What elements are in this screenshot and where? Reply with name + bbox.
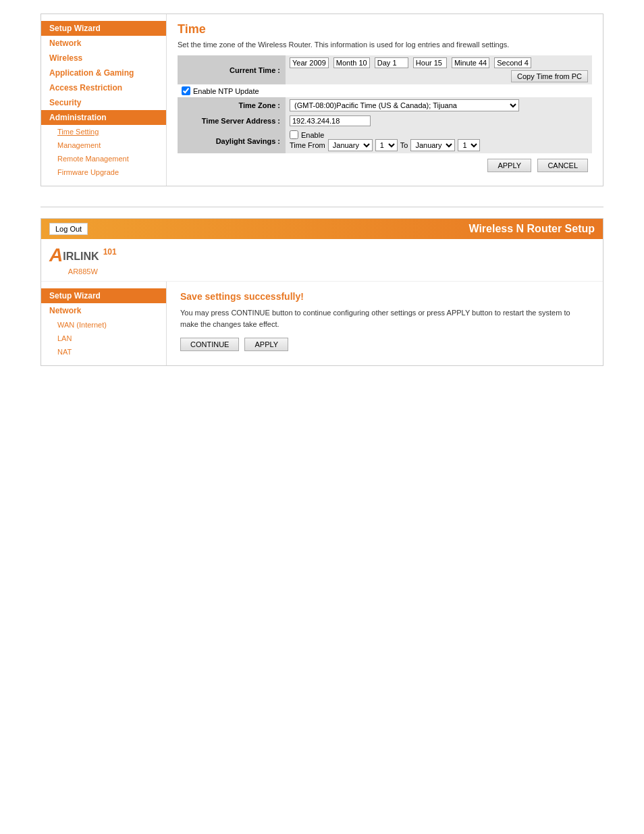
logo-text: A IRLINK 101 bbox=[49, 244, 117, 266]
time-to-day-select[interactable]: 1 bbox=[458, 139, 480, 151]
time-to-month-select[interactable]: January bbox=[410, 139, 455, 151]
sidebar-item-application-gaming[interactable]: Application & Gaming bbox=[41, 66, 166, 80]
timezone-row: Time Zone : (GMT-08:00)Pacific Time (US … bbox=[178, 97, 592, 113]
timeserver-row: Time Server Address : bbox=[178, 113, 592, 128]
logo-a: A bbox=[49, 244, 63, 266]
logo-irlink-wrapper: IRLINK 101 bbox=[63, 246, 116, 264]
bottom-sidebar-wan[interactable]: WAN (Internet) bbox=[41, 318, 166, 332]
bottom-sidebar-lan[interactable]: LAN bbox=[41, 332, 166, 345]
timezone-label: Time Zone : bbox=[178, 97, 286, 113]
daylight-enable-checkbox[interactable] bbox=[290, 130, 298, 139]
daylight-savings-row: Daylight Savings : Enable Time From Janu… bbox=[178, 128, 592, 153]
logo-container: A IRLINK 101 AR885W bbox=[49, 244, 117, 276]
sidebar-item-management[interactable]: Management bbox=[41, 138, 166, 152]
time-from-month-select[interactable]: January bbox=[328, 139, 373, 151]
page-description: Set the time zone of the Wireless Router… bbox=[178, 41, 592, 49]
sidebar-item-setup-wizard[interactable]: Setup Wizard bbox=[41, 21, 166, 36]
bottom-button-row: CONTINUE APPLY bbox=[180, 338, 589, 351]
sidebar-item-security[interactable]: Security bbox=[41, 95, 166, 110]
daylight-enable-label[interactable]: Enable bbox=[290, 130, 588, 139]
form-button-row: APPLY CANCEL bbox=[178, 153, 592, 178]
success-title: Save settings successfully! bbox=[180, 291, 589, 302]
bottom-panel-inner: Setup Wizard Network WAN (Internet) LAN … bbox=[41, 282, 603, 365]
sidebar-item-wireless[interactable]: Wireless bbox=[41, 51, 166, 66]
bottom-apply-button[interactable]: APPLY bbox=[244, 338, 288, 351]
cancel-button[interactable]: CANCEL bbox=[537, 159, 588, 172]
to-label: To bbox=[400, 141, 408, 149]
time-from-day-select[interactable]: 1 bbox=[375, 139, 398, 151]
day-field: Day 1 bbox=[375, 59, 413, 67]
header-bar: Log Out Wireless N Router Setup bbox=[41, 219, 603, 239]
timeserver-value bbox=[286, 113, 592, 128]
hour-value: Hour 15 bbox=[413, 57, 447, 68]
minute-field: Minute 44 bbox=[452, 59, 494, 67]
continue-button[interactable]: CONTINUE bbox=[180, 338, 239, 351]
logo-bar: A IRLINK 101 AR885W bbox=[41, 239, 603, 282]
bottom-sidebar-nat[interactable]: NAT bbox=[41, 345, 166, 359]
daylight-savings-label: Daylight Savings : bbox=[178, 128, 286, 153]
bottom-sidebar-setup-wizard[interactable]: Setup Wizard bbox=[41, 288, 166, 303]
current-time-label: Current Time : bbox=[178, 55, 286, 84]
daylight-time-row: Time From January 1 To January bbox=[290, 139, 588, 151]
sidebar-item-remote-management[interactable]: Remote Management bbox=[41, 152, 166, 165]
time-from-label: Time From bbox=[290, 141, 325, 149]
current-time-row: Current Time : Year 2009 Month 10 Day 1 bbox=[178, 55, 592, 84]
bottom-sidebar: Setup Wizard Network WAN (Internet) LAN … bbox=[41, 282, 166, 365]
second-field: Second 4 bbox=[494, 59, 533, 67]
sidebar-item-administration[interactable]: Administration bbox=[41, 110, 166, 125]
enable-ntp-checkbox[interactable] bbox=[182, 86, 190, 95]
hour-field: Hour 15 bbox=[413, 59, 452, 67]
timezone-select[interactable]: (GMT-08:00)Pacific Time (US & Canada); T… bbox=[290, 99, 519, 111]
timeserver-label: Time Server Address : bbox=[178, 113, 286, 128]
logo-101: 101 bbox=[103, 247, 117, 257]
daylight-savings-value: Enable Time From January 1 To bbox=[286, 128, 592, 153]
enable-ntp-row: Enable NTP Update bbox=[178, 84, 592, 97]
enable-ntp-text: Enable NTP Update bbox=[193, 87, 259, 95]
second-value: Second 4 bbox=[494, 57, 531, 68]
bottom-panel: Log Out Wireless N Router Setup A IRLINK… bbox=[41, 218, 603, 366]
logo-irlink: IRLINK bbox=[63, 251, 99, 262]
top-sidebar: Setup Wizard Network Wireless Applicatio… bbox=[41, 14, 166, 186]
copy-time-button[interactable]: Copy Time from PC bbox=[511, 70, 588, 82]
current-time-value: Year 2009 Month 10 Day 1 Hour 15 bbox=[286, 55, 592, 84]
divider-1 bbox=[41, 207, 603, 207]
day-value: Day 1 bbox=[375, 57, 408, 68]
month-field: Month 10 bbox=[333, 59, 375, 67]
bottom-sidebar-network[interactable]: Network bbox=[41, 303, 166, 318]
enable-ntp-cell: Enable NTP Update bbox=[178, 84, 592, 97]
top-main-content: Time Set the time zone of the Wireless R… bbox=[166, 14, 603, 186]
sidebar-item-access-restriction[interactable]: Access Restriction bbox=[41, 80, 166, 95]
sidebar-item-firmware-upgrade[interactable]: Firmware Upgrade bbox=[41, 165, 166, 179]
sidebar-item-time-setting[interactable]: Time Setting bbox=[41, 125, 166, 138]
timeserver-input[interactable] bbox=[290, 115, 371, 126]
timezone-value: (GMT-08:00)Pacific Time (US & Canada); T… bbox=[286, 97, 592, 113]
enable-ntp-label[interactable]: Enable NTP Update bbox=[182, 86, 588, 95]
month-value: Month 10 bbox=[333, 57, 370, 68]
daylight-enable-text: Enable bbox=[301, 131, 324, 139]
apply-button[interactable]: APPLY bbox=[487, 159, 531, 172]
year-field: Year 2009 bbox=[290, 59, 333, 67]
bottom-main-content: Save settings successfully! You may pres… bbox=[166, 282, 603, 365]
year-value: Year 2009 bbox=[290, 57, 329, 68]
success-description: You may press CONTINUE button to continu… bbox=[180, 307, 589, 330]
page-title: Time bbox=[178, 22, 592, 36]
model-name: AR885W bbox=[68, 267, 98, 276]
header-title: Wireless N Router Setup bbox=[93, 223, 595, 235]
logout-button[interactable]: Log Out bbox=[49, 223, 88, 235]
minute-value: Minute 44 bbox=[452, 57, 489, 68]
sidebar-item-network[interactable]: Network bbox=[41, 36, 166, 51]
time-form-table: Current Time : Year 2009 Month 10 Day 1 bbox=[178, 55, 592, 153]
